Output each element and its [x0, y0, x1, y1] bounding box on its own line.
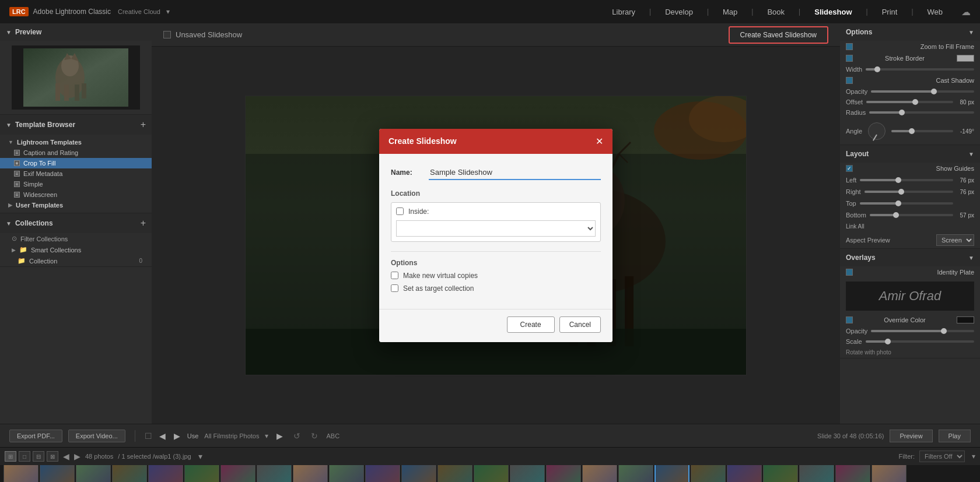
aspect-preview-dropdown[interactable]: Screen [936, 234, 974, 246]
stroke-border-checkbox[interactable] [846, 55, 853, 62]
identity-scale-slider[interactable] [866, 340, 974, 343]
angle-slider[interactable] [891, 130, 953, 132]
film-thumb-6[interactable] [184, 465, 219, 482]
dialog-close-button[interactable]: ✕ [596, 136, 603, 147]
film-thumb-1[interactable] [4, 465, 38, 482]
film-thumb-18[interactable] [618, 465, 653, 482]
film-thumb-10[interactable] [329, 465, 364, 482]
film-thumb-20[interactable] [691, 465, 726, 482]
film-thumb-7[interactable] [220, 465, 256, 482]
template-simple[interactable]: ≡ Simple [0, 179, 152, 189]
layout-header[interactable]: Layout ▼ [840, 145, 980, 163]
survey-view-button[interactable]: ⊠ [47, 451, 58, 462]
nav-library[interactable]: Library [612, 8, 635, 16]
play-button[interactable]: Play [939, 430, 971, 442]
grid-view-button[interactable]: ⊞ [5, 451, 16, 462]
film-thumb-13[interactable] [438, 465, 473, 482]
export-pdf-button[interactable]: Export PDF... [9, 430, 62, 442]
nav-slideshow[interactable]: Slideshow [814, 8, 852, 16]
location-dropdown[interactable] [396, 220, 596, 237]
radius-slider[interactable] [869, 111, 974, 114]
rotate-right-button[interactable]: ↻ [311, 431, 318, 441]
bottom-slider[interactable] [870, 214, 953, 216]
film-thumb-19[interactable] [654, 465, 690, 482]
overlays-header[interactable]: Overlays ▼ [840, 249, 980, 266]
film-thumb-9[interactable] [293, 465, 328, 482]
export-video-button[interactable]: Export Video... [68, 430, 125, 442]
override-color-checkbox[interactable] [846, 316, 853, 323]
film-thumb-4[interactable] [112, 465, 147, 482]
zoom-to-fill-checkbox[interactable] [846, 43, 853, 50]
identity-plate-preview[interactable]: Amir Ofrad [846, 282, 974, 311]
inside-checkbox[interactable] [396, 207, 404, 215]
nav-web[interactable]: Web [928, 8, 943, 16]
film-thumb-15[interactable] [510, 465, 545, 482]
next-slide-button[interactable]: ▶ [174, 431, 180, 441]
virtual-copies-checkbox[interactable] [391, 272, 398, 279]
template-caption-rating[interactable]: ≡ Caption and Rating [0, 147, 152, 158]
template-crop-to-fill[interactable]: ≡ Crop To Fill [0, 158, 152, 168]
template-browser-header[interactable]: ▼ Template Browser + [0, 115, 152, 135]
opacity-knob[interactable] [931, 89, 937, 94]
options-header[interactable]: Options ▼ [840, 23, 980, 41]
create-button[interactable]: Create [507, 316, 555, 333]
preview-button[interactable]: Preview [890, 430, 932, 442]
offset-slider[interactable] [866, 101, 953, 103]
stroke-color-swatch[interactable] [957, 55, 974, 62]
left-knob[interactable] [895, 177, 901, 183]
left-slider[interactable] [860, 179, 953, 181]
show-guides-checkbox[interactable]: ✓ [846, 165, 853, 172]
stroke-width-slider[interactable] [866, 68, 974, 71]
user-templates-parent[interactable]: ▶ User Templates [0, 200, 152, 210]
slideshow-checkbox-icon[interactable]: ☐ [145, 431, 152, 441]
film-thumb-17[interactable] [582, 465, 617, 482]
film-thumb-22[interactable] [763, 465, 798, 482]
identity-opacity-slider[interactable] [871, 330, 974, 332]
film-thumb-23[interactable] [799, 465, 834, 482]
film-thumb-2[interactable] [40, 465, 75, 482]
angle-dial[interactable] [868, 122, 886, 140]
top-slider[interactable] [860, 202, 953, 205]
film-thumb-12[interactable] [401, 465, 436, 482]
template-exif-metadata[interactable]: ≡ Exif Metadata [0, 168, 152, 179]
use-dropdown-icon[interactable]: ▾ [265, 432, 268, 440]
identity-plate-checkbox[interactable] [846, 269, 853, 276]
offset-knob[interactable] [912, 99, 918, 105]
right-slider[interactable] [864, 191, 953, 193]
dropdown-arrow-icon[interactable]: ▾ [166, 8, 170, 16]
nav-map[interactable]: Map [723, 8, 737, 16]
filmstrip-next-button[interactable]: ▶ [74, 452, 80, 461]
nav-develop[interactable]: Develop [665, 8, 693, 16]
collections-header[interactable]: ▼ Collections + [0, 213, 152, 233]
prev-slide-button[interactable]: ◀ [159, 431, 166, 441]
right-knob[interactable] [898, 189, 904, 195]
film-thumb-11[interactable] [365, 465, 400, 482]
filter-collections-item[interactable]: ⊙ Filter Collections [0, 233, 152, 244]
play-slideshow-button[interactable]: ▶ [276, 431, 283, 441]
film-thumb-25[interactable] [872, 465, 907, 482]
nav-print[interactable]: Print [882, 8, 898, 16]
angle-knob[interactable] [909, 128, 915, 134]
unsaved-checkbox[interactable] [163, 31, 171, 38]
film-thumb-3[interactable] [76, 465, 111, 482]
source-dropdown-icon[interactable]: ▾ [198, 452, 202, 461]
opacity-slider[interactable] [871, 90, 974, 93]
create-saved-slideshow-button[interactable]: Create Saved Slideshow [729, 26, 828, 44]
film-thumb-5[interactable] [148, 465, 183, 482]
nav-book[interactable]: Book [767, 8, 785, 16]
target-collection-checkbox[interactable] [391, 284, 398, 292]
lightroom-templates-parent[interactable]: ▼ Lightroom Templates [0, 137, 152, 147]
smart-collections-item[interactable]: ▶ 📁 Smart Collections [0, 244, 152, 255]
cast-shadow-checkbox[interactable] [846, 77, 853, 84]
film-thumb-14[interactable] [474, 465, 509, 482]
top-knob[interactable] [895, 200, 901, 206]
template-widescreen[interactable]: ≡ Widescreen [0, 189, 152, 200]
loupe-view-button[interactable]: □ [19, 451, 30, 462]
collection-item[interactable]: 📁 Collection 0 [0, 255, 152, 266]
compare-view-button[interactable]: ⊟ [33, 451, 44, 462]
override-color-swatch[interactable] [957, 316, 974, 323]
identity-opacity-knob[interactable] [941, 328, 947, 334]
cloud-sync-icon[interactable]: ☁ [961, 6, 971, 17]
stroke-width-knob[interactable] [874, 66, 880, 72]
film-thumb-24[interactable] [835, 465, 870, 482]
